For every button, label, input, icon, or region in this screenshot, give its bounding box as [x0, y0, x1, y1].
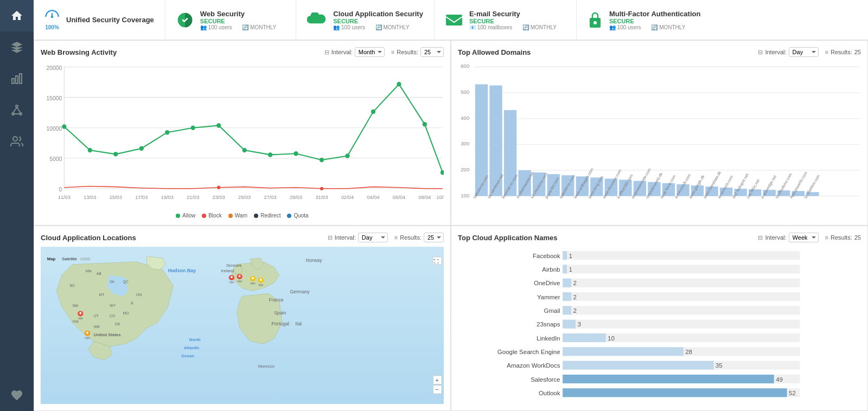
svg-rect-2	[20, 74, 22, 84]
interval-select4[interactable]: WeekDayMonth	[789, 233, 819, 242]
svg-text:500: 500	[461, 89, 469, 95]
legend-block: Block	[202, 213, 221, 219]
topbar-mfa[interactable]: Multi-Factor Authentication SECURE 👥 100…	[577, 0, 712, 40]
sidebar-item-chart[interactable]	[0, 63, 34, 94]
top-allowed-results: ≡ Results: 25	[825, 49, 861, 55]
top-allowed-controls: ⊟ Interval: DayWeekMonth ≡ Results: 25	[758, 47, 861, 57]
svg-rect-174	[563, 251, 800, 260]
svg-text:Ital: Ital	[295, 321, 302, 326]
interval-label2: Interval:	[765, 49, 786, 55]
interval-label: Interval:	[331, 49, 353, 55]
svg-point-163	[250, 282, 256, 285]
list-icon2: ≡	[825, 49, 828, 55]
svg-text:10/04: 10/04	[436, 194, 444, 200]
interval-label4: Interval:	[765, 234, 786, 241]
topbar: 100% Unified Security Coverage Web Secur…	[34, 0, 868, 40]
svg-text:CO: CO	[110, 314, 115, 318]
results-select[interactable]: 2550100	[420, 47, 444, 57]
results-value2: 25	[854, 49, 861, 55]
svg-text:300: 300	[461, 140, 469, 146]
topbar-email[interactable]: E-mail Security SECURE 📧 100 mailboxes 🔄…	[435, 0, 577, 40]
svg-point-158	[86, 332, 88, 334]
svg-text:31/03: 31/03	[315, 194, 328, 200]
svg-text:29/03: 29/03	[290, 194, 302, 200]
svg-text:Amazon WorkDocs: Amazon WorkDocs	[507, 362, 560, 369]
svg-text:IL: IL	[131, 301, 134, 305]
interval-select3[interactable]: DayWeekMonth	[358, 233, 388, 242]
svg-point-44	[217, 186, 220, 189]
sidebar-item-network[interactable]	[0, 94, 34, 126]
svg-rect-179	[563, 265, 567, 273]
svg-text:Denmark: Denmark	[226, 264, 241, 267]
topbar-web[interactable]: Web Security SECURE 👥 100 users 🔄 MONTHL…	[165, 0, 296, 40]
sidebar-item-home[interactable]	[0, 0, 34, 31]
svg-text:WA: WA	[73, 304, 79, 307]
filter-icon2: ⊟	[758, 49, 763, 56]
cloud-title: Cloud Application Security	[333, 10, 423, 18]
svg-point-161	[237, 280, 242, 282]
results-value4: 25	[854, 234, 861, 241]
svg-point-28	[62, 124, 66, 129]
svg-text:100: 100	[461, 192, 469, 198]
svg-point-15	[593, 21, 597, 24]
svg-text:Google Search Engine: Google Search Engine	[497, 349, 560, 355]
svg-text:1: 1	[569, 253, 572, 259]
svg-text:LinkedIn: LinkedIn	[537, 335, 560, 342]
svg-rect-203	[563, 347, 684, 356]
svg-text:52: 52	[789, 390, 796, 396]
topbar-unified[interactable]: 100% Unified Security Coverage	[34, 0, 165, 40]
svg-text:15000: 15000	[47, 95, 62, 101]
svg-text:Spain: Spain	[274, 310, 286, 316]
svg-text:−: −	[435, 386, 439, 393]
web-browsing-panel: Web Browsing Activity ⊟ Interval: MonthW…	[34, 40, 451, 226]
svg-rect-187	[563, 292, 571, 301]
svg-text:Outlook: Outlook	[539, 390, 560, 396]
top-allowed-title: Top Allowed Domains	[458, 48, 531, 56]
svg-text:UGG: UGG	[80, 256, 90, 261]
svg-text:Hudson Bay: Hudson Bay	[168, 268, 196, 273]
svg-text:600: 600	[461, 63, 469, 69]
svg-text:AB: AB	[97, 272, 102, 275]
svg-rect-13	[446, 15, 462, 25]
cloud-locations-header: Cloud Application Locations ⊟ Interval: …	[41, 233, 444, 242]
svg-text:Yammer: Yammer	[537, 294, 560, 300]
mfa-title: Multi-Factor Authentication	[609, 10, 701, 18]
svg-point-38	[320, 158, 324, 162]
sidebar-item-users[interactable]	[0, 126, 34, 157]
svg-point-32	[165, 130, 169, 134]
svg-rect-194	[563, 320, 800, 329]
loc-results: ≡ Results: 2550	[394, 233, 444, 242]
interval-select[interactable]: MonthWeekDay	[355, 47, 385, 57]
svg-point-34	[216, 123, 221, 127]
svg-text:Ireland: Ireland	[221, 268, 234, 273]
svg-point-45	[320, 187, 323, 190]
web-title: Web Security	[200, 10, 285, 18]
svg-text:+: +	[435, 376, 439, 383]
svg-text:10: 10	[608, 335, 615, 342]
results-select3[interactable]: 2550	[424, 233, 444, 242]
svg-text:Salesforce: Salesforce	[531, 376, 560, 383]
filter-icon3: ⊟	[328, 234, 333, 241]
svg-rect-199	[563, 333, 606, 342]
sidebar-item-heart[interactable]	[0, 380, 34, 411]
svg-text:27/03: 27/03	[264, 194, 276, 200]
svg-text:ida: ida	[86, 268, 92, 273]
svg-rect-207	[563, 361, 713, 370]
svg-point-37	[293, 151, 298, 156]
svg-text:19/03: 19/03	[161, 194, 174, 200]
topbar-cloud[interactable]: Cloud Application Security SECURE 👥 100 …	[296, 0, 435, 40]
apps-bar-container: Facebook1Airbnb1OneDrive2Yammer2Gmail223…	[458, 247, 861, 404]
legend-quota: Quota	[287, 213, 308, 219]
svg-text:5000: 5000	[49, 156, 62, 162]
svg-point-30	[113, 152, 118, 156]
interval-select2[interactable]: DayWeekMonth	[789, 47, 819, 57]
svg-text:28: 28	[685, 349, 692, 355]
unified-pct: 100%	[45, 24, 59, 30]
web-browsing-title: Web Browsing Activity	[41, 48, 117, 56]
svg-text:North: North	[189, 337, 201, 342]
svg-point-41	[397, 82, 401, 86]
list-icon: ≡	[391, 49, 394, 55]
svg-text:Norway: Norway	[306, 258, 322, 263]
svg-point-36	[268, 152, 272, 157]
sidebar-item-layers[interactable]	[0, 31, 34, 63]
